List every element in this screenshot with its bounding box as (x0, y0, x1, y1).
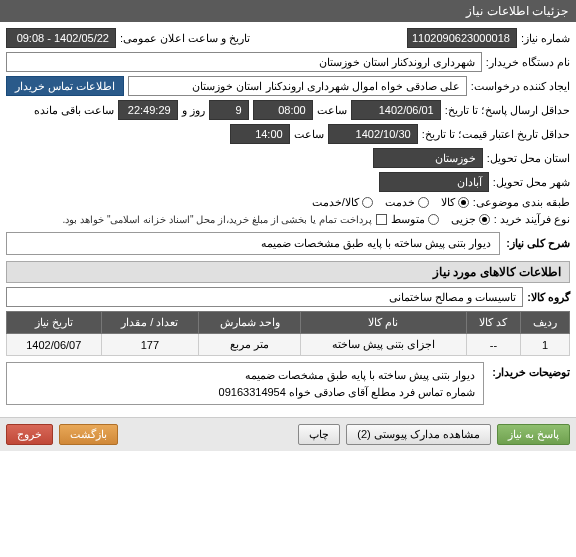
th-unit: واحد شمارش (199, 312, 301, 334)
th-qty: تعداد / مقدار (101, 312, 199, 334)
province-field: خوزستان (373, 148, 483, 168)
th-code: کد کالا (466, 312, 521, 334)
radio-goods[interactable]: کالا (441, 196, 469, 209)
time-label-2: ساعت (294, 128, 324, 141)
th-name: نام کالا (301, 312, 467, 334)
city-field: آبادان (379, 172, 489, 192)
window-titlebar: جزئیات اطلاعات نیاز (0, 0, 576, 22)
cell-row: 1 (521, 334, 570, 356)
buyer-notes-box: دیوار بتنی پیش ساخته با پایه طبق مشخصات … (6, 362, 484, 405)
category-radio-group: کالا خدمت کالا/خدمت (312, 196, 469, 209)
window-title: جزئیات اطلاعات نیاز (466, 4, 568, 18)
radio-service[interactable]: خدمت (385, 196, 429, 209)
radio-icon (362, 197, 373, 208)
radio-partial[interactable]: جزیی (451, 213, 490, 226)
treasury-checkbox[interactable] (376, 214, 387, 225)
group-label: گروه کالا: (527, 291, 570, 304)
buyer-notes-line2: شماره تماس فرد مطلع آقای صادقی خواه 0916… (15, 384, 475, 401)
table-header-row: ردیف کد کالا نام کالا واحد شمارش تعداد /… (7, 312, 570, 334)
city-label: شهر محل تحویل: (493, 176, 570, 189)
radio-icon (479, 214, 490, 225)
cell-code: -- (466, 334, 521, 356)
radio-medium[interactable]: متوسط (391, 213, 439, 226)
table-row: 1 -- اجزای بتنی پیش ساخته متر مربع 177 1… (7, 334, 570, 356)
validity-time-field: 14:00 (230, 124, 290, 144)
cell-name: اجزای بتنی پیش ساخته (301, 334, 467, 356)
radio-icon (428, 214, 439, 225)
items-section-heading: اطلاعات کالاهای مورد نیاز (6, 261, 570, 283)
contact-buyer-button[interactable]: اطلاعات تماس خریدار (6, 76, 124, 96)
deadline-date-field: 1402/06/01 (351, 100, 441, 120)
validity-label: حداقل تاریخ اعتبار قیمت؛ تا تاریخ: (422, 128, 570, 141)
deadline-time-field: 08:00 (253, 100, 313, 120)
exit-button[interactable]: خروج (6, 424, 53, 445)
form-content: شماره نیاز: 1102090623000018 تاریخ و ساع… (0, 22, 576, 417)
th-row: ردیف (521, 312, 570, 334)
need-number-label: شماره نیاز: (521, 32, 570, 45)
requester-field: علی صادقی خواه اموال شهرداری اروندکنار ا… (128, 76, 467, 96)
announce-field: 1402/05/22 - 09:08 (6, 28, 116, 48)
announce-label: تاریخ و ساعت اعلان عمومی: (120, 32, 250, 45)
cell-unit: متر مربع (199, 334, 301, 356)
buyer-org-field: شهرداری اروندکنار استان خوزستان (6, 52, 482, 72)
remain-label: ساعت باقی مانده (34, 104, 114, 117)
radio-icon (418, 197, 429, 208)
time-label-1: ساعت (317, 104, 347, 117)
payment-note: پرداخت تمام یا بخشی از مبلغ خرید،از محل … (63, 214, 372, 225)
province-label: استان محل تحویل: (487, 152, 570, 165)
radio-icon (458, 197, 469, 208)
desc-label: شرح کلی نیاز: (506, 237, 570, 250)
print-button[interactable]: چاپ (298, 424, 340, 445)
deadline-label: حداقل ارسال پاسخ؛ تا تاریخ: (445, 104, 570, 117)
desc-box: دیوار بتنی پیش ساخته با پایه طبق مشخصات … (6, 232, 500, 255)
days-field: 9 (209, 100, 249, 120)
need-number-field: 1102090623000018 (407, 28, 517, 48)
radio-goods-service[interactable]: کالا/خدمت (312, 196, 373, 209)
group-field: تاسیسات و مصالح ساختمانی (6, 287, 523, 307)
validity-date-field: 1402/10/30 (328, 124, 418, 144)
back-button[interactable]: بازگشت (59, 424, 118, 445)
buyer-notes-line1: دیوار بتنی پیش ساخته با پایه طبق مشخصات … (15, 367, 475, 384)
remain-time-field: 22:49:29 (118, 100, 178, 120)
category-label: طبقه بندی موضوعی: (473, 196, 570, 209)
respond-button[interactable]: پاسخ به نیاز (497, 424, 570, 445)
process-radio-group: جزیی متوسط (391, 213, 490, 226)
th-date: تاریخ نیاز (7, 312, 102, 334)
buyer-org-label: نام دستگاه خریدار: (486, 56, 570, 69)
cell-date: 1402/06/07 (7, 334, 102, 356)
attachments-button[interactable]: مشاهده مدارک پیوستی (2) (346, 424, 491, 445)
requester-label: ایجاد کننده درخواست: (471, 80, 570, 93)
cell-qty: 177 (101, 334, 199, 356)
process-label: نوع فرآیند خرید : (494, 213, 570, 226)
buyer-notes-label: توضیحات خریدار: (492, 362, 570, 405)
footer-toolbar: پاسخ به نیاز مشاهده مدارک پیوستی (2) چاپ… (0, 417, 576, 451)
items-table: ردیف کد کالا نام کالا واحد شمارش تعداد /… (6, 311, 570, 356)
days-label: روز و (182, 104, 205, 117)
